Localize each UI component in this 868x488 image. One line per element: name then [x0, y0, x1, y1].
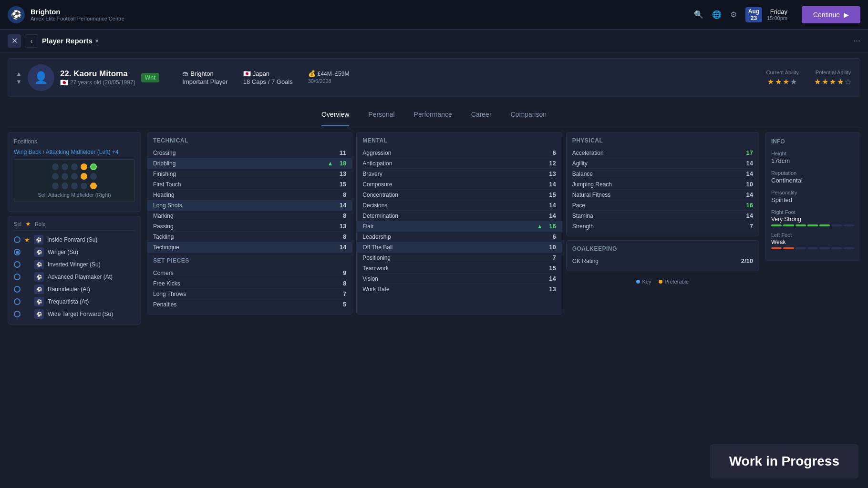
role-row-raumdeuter[interactable]: ⚽ Raumdeuter (At) — [14, 283, 135, 295]
foot-seg — [783, 247, 794, 249]
country-flag: 🇯🇵 — [60, 79, 68, 86]
nav-icons: 🔍 🌐 ⚙ Aug23 Friday 15:00pm Continue ▶ — [694, 6, 860, 23]
role-row-inverted-winger[interactable]: ⚽ Inverted Winger (Su) — [14, 258, 135, 271]
current-ability: Current Ability ★★★★ — [766, 70, 799, 86]
settings-icon[interactable]: ⚙ — [730, 10, 737, 19]
foot-seg — [807, 224, 818, 226]
role-name-4: Advanced Playmaker (At) — [48, 274, 135, 280]
stat-strength: Strength 7 — [572, 221, 753, 231]
stat-long-shots: Long Shots 14 — [147, 200, 352, 211]
goalkeeping-section: Goalkeeping GK Rating 2/10 — [566, 240, 759, 271]
role-radio-3[interactable] — [14, 261, 21, 268]
date-day-box: Aug23 — [745, 7, 762, 22]
role-radio-6[interactable] — [14, 298, 21, 305]
stat-tackling: Tackling 8 — [153, 232, 346, 242]
foot-seg — [796, 224, 806, 226]
role-radio-5[interactable] — [14, 286, 21, 293]
stat-marking: Marking 8 — [153, 211, 346, 221]
legend-key: Key — [636, 279, 651, 285]
tab-performance[interactable]: Performance — [414, 109, 452, 120]
date-section: Aug23 Friday 15:00pm — [745, 7, 787, 22]
tab-comparison[interactable]: Comparison — [511, 109, 547, 120]
foot-seg — [819, 224, 830, 226]
stat-balance: Balance 14 — [572, 169, 753, 179]
stat-natural-fitness: Natural Fitness 14 — [572, 190, 753, 200]
club-logo: ⚽ — [8, 6, 25, 23]
stat-anticipation: Anticipation 12 — [362, 158, 556, 169]
chevron-down-icon: ▼ — [16, 78, 22, 85]
role-row-adv-playmaker[interactable]: ⚽ Advanced Playmaker (At) — [14, 271, 135, 283]
pitch-diagram: Sel: Attacking Midfielder (Right) — [14, 159, 135, 202]
stat-vision: Vision 14 — [362, 274, 556, 284]
stat-teamwork: Teamwork 15 — [362, 263, 556, 274]
key-legend: Key Preferable — [566, 279, 759, 285]
role-radio-4[interactable] — [14, 274, 21, 280]
role-row-wide-target[interactable]: ⚽ Wide Target Forward (Su) — [14, 308, 135, 320]
globe-icon[interactable]: 🌐 — [712, 10, 722, 19]
contract-date: 30/6/2028 — [308, 78, 350, 84]
position-value: Wing Back / Attacking Midfielder (Left) … — [14, 149, 135, 155]
tab-personal[interactable]: Personal — [368, 109, 394, 120]
tab-overview[interactable]: Overview — [321, 109, 349, 120]
ability-section: Current Ability ★★★★ Potential Ability ★… — [766, 70, 852, 86]
role-row-trequartista[interactable]: ⚽ Trequartista (At) — [14, 295, 135, 308]
pitch-dot-green — [90, 163, 97, 170]
wnt-badge: Wnt — [141, 73, 160, 82]
role-row-winger[interactable]: ⚽ Winger (Su) — [14, 246, 135, 258]
role-icon-5: ⚽ — [34, 285, 44, 294]
info-height: Height 178cm — [771, 151, 854, 164]
more-options-icon[interactable]: ··· — [853, 36, 860, 46]
stat-leadership: Leadership 6 — [362, 232, 556, 242]
caps-goals: 18 Caps / 7 Goals — [243, 78, 293, 85]
pitch-dot — [71, 163, 78, 170]
role-radio-2[interactable] — [14, 249, 21, 255]
nav-date: Friday 15:00pm — [767, 8, 787, 21]
search-icon[interactable]: 🔍 — [694, 10, 703, 19]
player-avatar: 👤 — [28, 64, 54, 91]
stat-gk-rating: GK Rating 2/10 — [572, 256, 753, 266]
potential-ability-stars: ★★★★☆ — [814, 77, 852, 86]
meta-country: 🇯🇵 Japan 18 Caps / 7 Goals — [243, 70, 293, 85]
continue-button[interactable]: Continue ▶ — [802, 6, 860, 23]
role-radio-1[interactable] — [14, 236, 21, 243]
technical-section: Technical Crossing 11 Dribbling ▲ 18 Fin… — [147, 132, 352, 315]
stat-long-throws: Long Throws 7 — [153, 289, 346, 299]
info-left-foot: Left Foot Weak — [771, 232, 854, 249]
top-navigation: ⚽ Brighton Amex Elite Football Performan… — [0, 0, 868, 30]
role-row-inside-forward[interactable]: ★ ⚽ Inside Forward (Su) — [14, 234, 135, 246]
stat-agility: Agility 14 — [572, 158, 753, 169]
right-panel: Info Height 178cm Reputation Continental… — [765, 132, 860, 488]
foot-seg — [831, 224, 842, 226]
pitch-dot — [71, 183, 78, 189]
close-button[interactable]: ✕ — [8, 34, 21, 48]
arrow-up-icon: ▲ — [537, 223, 543, 230]
meta-club: 🏟 Brighton Important Player — [182, 70, 227, 85]
stat-free-kicks: Free Kicks 8 — [153, 278, 346, 289]
pitch-dot — [90, 173, 97, 180]
chevron-down-icon: ▾ — [95, 38, 98, 44]
legend-preferable: Preferable — [659, 279, 689, 285]
role-icon-2: ⚽ — [34, 247, 44, 257]
pitch-dot — [62, 183, 68, 189]
money-icon: 💰 — [308, 70, 316, 77]
tab-career[interactable]: Career — [471, 109, 492, 120]
role-radio-7[interactable] — [14, 311, 21, 317]
pitch-dot — [71, 173, 78, 180]
stat-acceleration: Acceleration 17 — [572, 148, 753, 158]
role-icon-7: ⚽ — [34, 309, 44, 319]
foot-seg — [844, 247, 854, 249]
role-name-6: Trequartista (At) — [48, 298, 135, 305]
expand-toggle[interactable]: ▲ ▼ — [16, 70, 22, 85]
info-right-foot: Right Foot Very Strong — [771, 209, 854, 226]
stat-passing: Passing 13 — [153, 221, 346, 232]
role-name-5: Raumdeuter (At) — [48, 286, 135, 293]
info-reputation: Reputation Continental — [771, 170, 854, 184]
pitch-dot — [62, 173, 68, 180]
pitch-dot — [62, 163, 68, 170]
back-button[interactable]: ‹ — [25, 34, 38, 48]
physical-section: Physical Acceleration 17 Agility 14 Bala… — [566, 132, 759, 236]
stat-composure: Composure 14 — [362, 179, 556, 190]
date-time: 15:00pm — [767, 15, 787, 21]
flag-icon: 🇯🇵 — [243, 70, 251, 77]
mental-section: Mental Aggression 6 Anticipation 12 Brav… — [356, 132, 562, 315]
